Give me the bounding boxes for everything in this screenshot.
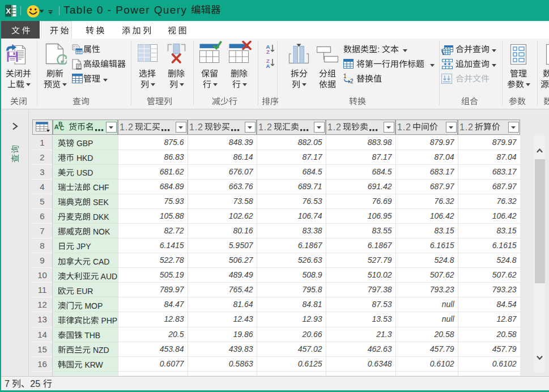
svg-text:2: 2	[350, 78, 354, 84]
svg-text:1: 1	[343, 73, 347, 79]
svg-text:Z: Z	[266, 49, 270, 54]
svg-text:X: X	[6, 7, 11, 15]
svg-text:A: A	[266, 63, 270, 69]
svg-text:C: C	[60, 125, 65, 131]
